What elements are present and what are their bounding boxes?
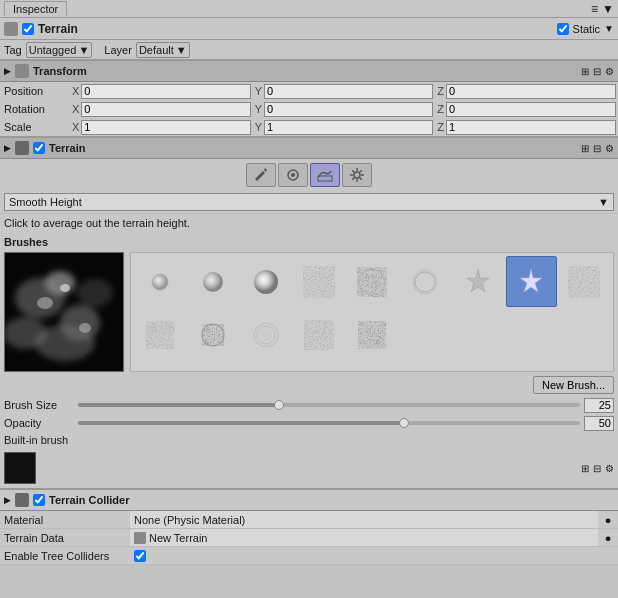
position-z-field: Z (435, 82, 618, 100)
tree-colliders-checkbox[interactable] (134, 550, 146, 562)
brush-item-4[interactable] (293, 256, 344, 307)
material-picker-btn[interactable]: ● (598, 511, 618, 529)
static-dropdown-icon[interactable]: ▼ (604, 23, 614, 34)
rotation-z-input[interactable] (446, 102, 616, 117)
terrain-page-icon[interactable]: ⊞ (581, 143, 589, 154)
brush-item-13[interactable] (293, 309, 344, 360)
terrain-section-header: ▶ Terrain ⊞ ⊟ ⚙ (0, 137, 618, 159)
terrain-toolbar (0, 159, 618, 191)
svg-point-26 (149, 324, 171, 346)
brushes-content (4, 252, 614, 372)
brush-item-6[interactable] (400, 256, 451, 307)
scale-label: Scale (0, 118, 70, 136)
static-checkbox[interactable] (557, 23, 569, 35)
brush-item-9[interactable] (559, 256, 610, 307)
transform-gear-icon[interactable]: ⚙ (605, 66, 614, 77)
menu-icon[interactable]: ≡ (591, 2, 598, 16)
static-label: Static (573, 23, 601, 35)
swatch-page-icon[interactable]: ⊞ (581, 463, 589, 474)
collider-active-checkbox[interactable] (33, 494, 45, 506)
brush-item-7[interactable] (453, 256, 504, 307)
terrain-tool-2[interactable] (278, 163, 308, 187)
position-x-input[interactable] (81, 84, 250, 99)
brush-item-10[interactable] (134, 309, 185, 360)
layer-dropdown[interactable]: Default ▼ (136, 42, 190, 58)
transform-link-icon[interactable]: ⊟ (593, 66, 601, 77)
scale-z-input[interactable] (446, 120, 616, 135)
material-value: None (Physic Material) (130, 511, 598, 529)
scale-x-field: X (70, 118, 253, 136)
terrain-gear-icon[interactable]: ⚙ (605, 143, 614, 154)
swatch-link-icon[interactable]: ⊟ (593, 463, 601, 474)
black-swatch[interactable] (4, 452, 36, 484)
position-z-label: Z (437, 85, 444, 97)
smooth-height-dropdown[interactable]: Smooth Height ▼ (4, 193, 614, 211)
brush-item-14[interactable] (346, 309, 397, 360)
tag-dropdown[interactable]: Untagged ▼ (26, 42, 93, 58)
opacity-input[interactable] (584, 416, 614, 431)
inspector-tab-label: Inspector (13, 3, 58, 15)
collider-collapse-icon[interactable]: ▶ (4, 495, 11, 505)
tag-chevron: ▼ (78, 44, 89, 56)
rotation-y-field: Y (253, 100, 436, 118)
layer-chevron: ▼ (176, 44, 187, 56)
terrain-data-picker-btn[interactable]: ● (598, 529, 618, 547)
brush-size-input[interactable] (584, 398, 614, 413)
rotation-y-input[interactable] (264, 102, 433, 117)
swatch-gear-icon[interactable]: ⚙ (605, 463, 614, 474)
position-z-input[interactable] (446, 84, 616, 99)
terrain-active-checkbox[interactable] (33, 142, 45, 154)
brush-size-track[interactable] (78, 403, 580, 407)
terrain-tool-pencil[interactable] (246, 163, 276, 187)
svg-point-13 (60, 284, 70, 292)
svg-point-20 (360, 270, 384, 294)
brushes-title: Brushes (4, 236, 614, 248)
smooth-height-label: Smooth Height (9, 196, 82, 208)
position-x-field: X (70, 82, 253, 100)
opacity-track[interactable] (78, 421, 580, 425)
terrain-tool-smooth[interactable] (310, 163, 340, 187)
brush-item-12[interactable] (240, 309, 291, 360)
transform-section-header: ▶ Transform ⊞ ⊟ ⚙ (0, 60, 618, 82)
material-dot-icon: ● (605, 514, 612, 526)
brush-item-11[interactable] (187, 309, 238, 360)
object-bar: Terrain Static ▼ (0, 18, 618, 40)
rotation-y-label: Y (255, 103, 262, 115)
brush-item-5[interactable] (346, 256, 397, 307)
transform-collapse-icon[interactable]: ▶ (4, 66, 11, 76)
dropdown-icon[interactable]: ▼ (602, 2, 614, 16)
title-bar: Inspector ≡ ▼ (0, 0, 618, 18)
brush-preview-inner (5, 253, 123, 371)
terrain-link-icon[interactable]: ⊟ (593, 143, 601, 154)
brush-item-1[interactable] (134, 256, 185, 307)
transform-section-icons: ⊞ ⊟ ⚙ (581, 66, 614, 77)
new-brush-button[interactable]: New Brush... (533, 376, 614, 394)
scale-x-input[interactable] (81, 120, 250, 135)
object-active-checkbox[interactable] (22, 23, 34, 35)
tree-colliders-empty (598, 547, 618, 565)
smooth-height-chevron: ▼ (598, 196, 609, 208)
terrain-collapse-icon[interactable]: ▶ (4, 143, 11, 153)
transform-fields: Position X Y Z Rotation X Y Z Scale X Y … (0, 82, 618, 137)
terrain-tool-settings[interactable] (342, 163, 372, 187)
terrain-data-dot-icon: ● (605, 532, 612, 544)
inspector-tab[interactable]: Inspector (4, 1, 67, 16)
new-brush-row: New Brush... (0, 376, 618, 396)
layer-text: Layer (104, 44, 132, 56)
position-x-label: X (72, 85, 79, 97)
position-y-label: Y (255, 85, 262, 97)
rotation-x-input[interactable] (81, 102, 250, 117)
svg-point-15 (152, 274, 168, 290)
brush-size-row: Brush Size (0, 396, 618, 414)
brush-item-3[interactable] (240, 256, 291, 307)
position-y-input[interactable] (264, 84, 433, 99)
brush-item-8-selected[interactable] (506, 256, 557, 307)
brush-item-2[interactable] (187, 256, 238, 307)
transform-icon (15, 64, 29, 78)
position-y-field: Y (253, 82, 436, 100)
transform-page-icon[interactable]: ⊞ (581, 66, 589, 77)
svg-marker-23 (467, 269, 489, 292)
terrain-section-icons: ⊞ ⊟ ⚙ (581, 143, 614, 154)
scale-y-input[interactable] (264, 120, 433, 135)
svg-point-8 (77, 279, 113, 307)
